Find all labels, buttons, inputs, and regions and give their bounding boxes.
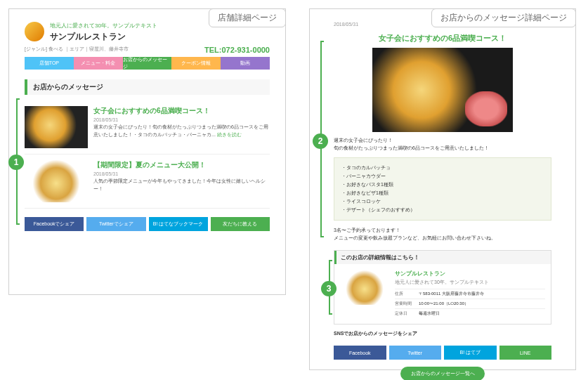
card-text: 週末の女子会にぴったり！旬の食材がたっぷりつまった満喫の6品コースをご用意いたし… [93, 124, 270, 138]
share-hatena-button[interactable]: B! はてブ [444, 346, 497, 360]
menu-item: ・お好きなピザ1種類 [341, 189, 544, 197]
share-twitter-button[interactable]: Twitterでシェア [86, 217, 145, 231]
share-buttons: Facebook Twitter B! はてブ LINE [334, 346, 551, 360]
article-title: 女子会におすすめの6品満喫コース！ [334, 33, 551, 44]
tab-top[interactable]: 店舗TOP [25, 57, 74, 70]
menu-item: ・ライスコロッケ [341, 197, 544, 206]
menu-item: ・デザート（シェフのおすすめ） [341, 206, 544, 214]
share-facebook-button[interactable]: Facebookでシェア [25, 217, 84, 231]
panel-label-left: 店舗詳細ページ [209, 8, 286, 27]
article-hero-image [372, 48, 513, 132]
shop-info-box: このお店の詳細情報はこちら！ サンプルレストラン 地元人に愛されて30年。サンプ… [334, 250, 551, 325]
share-twitter-button[interactable]: Twitter [389, 346, 442, 360]
menu-item: ・お好きなパスタ1種類 [341, 181, 544, 189]
info-key: 営業時間 [395, 299, 419, 308]
card-title: 女子会におすすめの6品満喫コース！ [93, 106, 270, 116]
tab-coupon[interactable]: クーポン情報 [171, 57, 221, 70]
card-thumb [25, 106, 88, 148]
section-heading: お店からのメッセージ [25, 79, 270, 95]
card-date: 2018/05/31 [93, 117, 270, 122]
share-hatena-button[interactable]: B! はてなブックマーク [149, 217, 208, 231]
info-key: 住所 [395, 289, 419, 299]
card-thumb [25, 160, 88, 202]
article-body-line: 3名〜ご予約承っております！ [334, 226, 551, 234]
article-date: 2018/05/31 [334, 22, 358, 29]
annotation-badge: 3 [321, 281, 337, 296]
info-val: 〒583-0011 大阪府藤井寺市藤井寺 [419, 289, 545, 299]
message-card[interactable]: 女子会におすすめの6品満喫コース！ 2018/05/31 週末の女子会にぴったり… [25, 100, 270, 155]
menu-list: ・タコのカルパッチョ ・バーニャカウダー ・お好きなパスタ1種類 ・お好きなピザ… [334, 157, 551, 220]
panel-label-right: お店からのメッセージ詳細ページ [431, 8, 576, 27]
card-title: 【期間限定】夏のメニュー大公開！ [93, 160, 270, 170]
annotation-badge: 1 [8, 155, 24, 170]
share-buttons: Facebookでシェア Twitterでシェア B! はてなブックマーク 友だ… [25, 217, 270, 231]
article-body-line: メニューの変更や飲み放題プランなど、お気軽にお問い合わせ下さいね。 [334, 234, 551, 242]
info-key: 定休日 [395, 309, 419, 318]
shop-info-thumb [340, 270, 389, 305]
shop-tagline: 地元人に愛されて30年。サンプルテキスト [50, 22, 157, 30]
annotation-badge: 2 [313, 133, 328, 149]
shop-detail-panel: 店舗詳細ページ 地元人に愛されて30年。サンプルテキスト サンプルレストラン [… [8, 8, 286, 295]
info-val: 毎週水曜日 [419, 309, 545, 318]
info-val: 10:00〜21:00（LO20:30） [419, 299, 545, 308]
tab-movie[interactable]: 動画 [221, 57, 270, 70]
shop-name: サンプルレストラン [50, 31, 157, 43]
menu-item: ・タコのカルパッチョ [341, 164, 544, 172]
share-line-button[interactable]: LINE [499, 346, 552, 360]
tab-message[interactable]: お店からのメッセージ [123, 57, 172, 70]
message-card[interactable]: 【期間限定】夏のメニュー大公開！ 2018/05/31 人気の季節限定メニューが… [25, 155, 270, 209]
card-date: 2018/05/31 [93, 171, 270, 176]
shop-info-name[interactable]: サンプルレストラン [395, 270, 545, 277]
article-body-line: 旬の食材がたっぷりつまった満喫の6品コースをご用意いたしました！ [334, 144, 551, 152]
card-text: 人気の季節限定メニューが今年もやってきました！今年は女性に嬉しいヘルシー！ [93, 178, 270, 192]
read-more-link[interactable]: 続きを読む [217, 132, 242, 137]
menu-item: ・バーニャカウダー [341, 172, 544, 181]
share-line-button[interactable]: 友だちに教える [211, 217, 270, 231]
sns-share-label: SNSでお店からのメッセージをシェア [334, 330, 551, 337]
back-to-list-button[interactable]: お店からのメッセージ一覧へ [400, 367, 485, 380]
shop-info-sub: 地元人に愛されて30年。サンプルテキスト [395, 279, 545, 286]
tab-menu[interactable]: メニュー・料金 [74, 57, 123, 70]
shop-info-heading: このお店の詳細情報はこちら！ [334, 251, 551, 264]
message-detail-panel: お店からのメッセージ詳細ページ 2018/05/31 サンプルレストラン 女子会… [309, 8, 576, 370]
shop-logo-icon [25, 22, 44, 41]
article-body-line: 週末の女子会にぴったり！ [334, 136, 551, 144]
share-facebook-button[interactable]: Facebook [334, 346, 386, 360]
nav-tabs: 店舗TOP メニュー・料金 お店からのメッセージ クーポン情報 動画 [25, 57, 270, 70]
